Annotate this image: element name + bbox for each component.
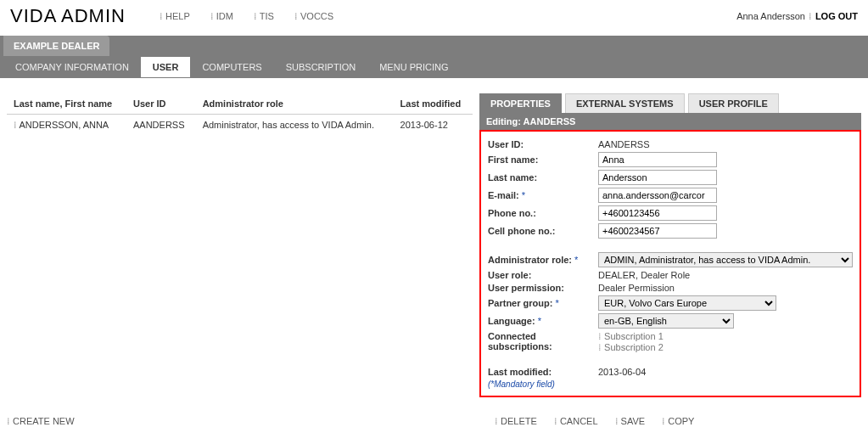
col-modified[interactable]: Last modified <box>394 93 473 115</box>
input-email[interactable] <box>598 188 717 203</box>
cancel-button[interactable]: CANCEL <box>554 416 598 427</box>
value-userid: AANDERSS <box>598 139 650 149</box>
cell-modified: 2013-06-12 <box>394 115 473 137</box>
table-row[interactable]: ANDERSSON, ANNA AANDERSS Administrator, … <box>7 115 473 137</box>
subscription-link-2[interactable]: Subscription 2 <box>598 342 664 353</box>
select-partner[interactable]: EUR, Volvo Cars Europe <box>598 295 776 311</box>
label-email: E-mail: * <box>488 190 598 200</box>
editing-bar: Editing: AANDERSS <box>479 113 861 130</box>
label-permission: User permission: <box>488 283 598 293</box>
cell-role: Administrator, has access to VIDA Admin. <box>196 115 394 137</box>
nav-idm[interactable]: IDM <box>210 11 233 22</box>
tab-user[interactable]: USER <box>141 57 191 77</box>
current-user: Anna Andersson <box>736 11 805 21</box>
save-button[interactable]: SAVE <box>615 416 646 427</box>
input-lastname[interactable] <box>598 170 717 185</box>
delete-button[interactable]: DELETE <box>495 416 537 427</box>
cell-name: ANDERSSON, ANNA <box>7 115 126 137</box>
label-adminrole: Administrator role: * <box>488 255 598 265</box>
subtab-properties[interactable]: PROPERTIES <box>479 93 562 113</box>
tab-computers[interactable]: COMPUTERS <box>190 57 273 77</box>
label-partner: Partner group: * <box>488 298 598 308</box>
label-language: Language: * <box>488 316 598 326</box>
label-userid: User ID: <box>488 139 598 149</box>
brand-logo: VIDA ADMIN <box>10 5 126 27</box>
subtab-external-systems[interactable]: EXTERNAL SYSTEMS <box>565 93 685 113</box>
select-adminrole[interactable]: ADMIN, Administrator, has access to VIDA… <box>598 252 853 267</box>
nav-voccs[interactable]: VOCCS <box>294 11 333 22</box>
nav-tis[interactable]: TIS <box>254 11 274 22</box>
subscription-link-1[interactable]: Subscription 1 <box>598 331 664 342</box>
value-userrole: DEALER, Dealer Role <box>598 270 690 280</box>
label-userrole: User role: <box>488 270 598 280</box>
nav-help[interactable]: HELP <box>160 11 190 22</box>
label-cellphone: Cell phone no.: <box>488 226 598 236</box>
label-connected: Connected subscriptions: <box>488 331 598 351</box>
logout-link[interactable]: LOG OUT <box>815 11 858 21</box>
col-userid[interactable]: User ID <box>126 93 196 115</box>
tab-menu-pricing[interactable]: MENU PRICING <box>367 57 460 77</box>
tab-subscription[interactable]: SUBSCRIPTION <box>274 57 368 77</box>
input-cellphone[interactable] <box>598 223 717 239</box>
user-table: Last name, First name User ID Administra… <box>7 93 473 136</box>
label-phone: Phone no.: <box>488 208 598 218</box>
col-role[interactable]: Administrator role <box>196 93 394 115</box>
dealer-tab[interactable]: EXAMPLE DEALER <box>3 36 109 56</box>
label-modified: Last modified: <box>488 367 598 377</box>
value-permission: Dealer Permission <box>598 283 675 293</box>
label-lastname: Last name: <box>488 172 598 183</box>
tab-company-information[interactable]: COMPANY INFORMATION <box>3 57 141 77</box>
cell-userid: AANDERSS <box>126 115 196 137</box>
input-phone[interactable] <box>598 205 717 221</box>
mandatory-note: (*Mandatory field) <box>488 379 853 389</box>
copy-button[interactable]: COPY <box>662 416 694 427</box>
subtab-user-profile[interactable]: USER PROFILE <box>688 93 779 113</box>
value-modified: 2013-06-04 <box>598 367 646 377</box>
properties-panel: User ID: AANDERSS First name: Last name:… <box>479 130 861 397</box>
select-language[interactable]: en-GB, English <box>598 313 734 329</box>
label-firstname: First name: <box>488 155 598 165</box>
dots-icon: ⁞ <box>809 11 812 22</box>
create-new-link[interactable]: CREATE NEW <box>7 416 75 426</box>
input-firstname[interactable] <box>598 152 717 167</box>
col-name[interactable]: Last name, First name <box>7 93 126 115</box>
